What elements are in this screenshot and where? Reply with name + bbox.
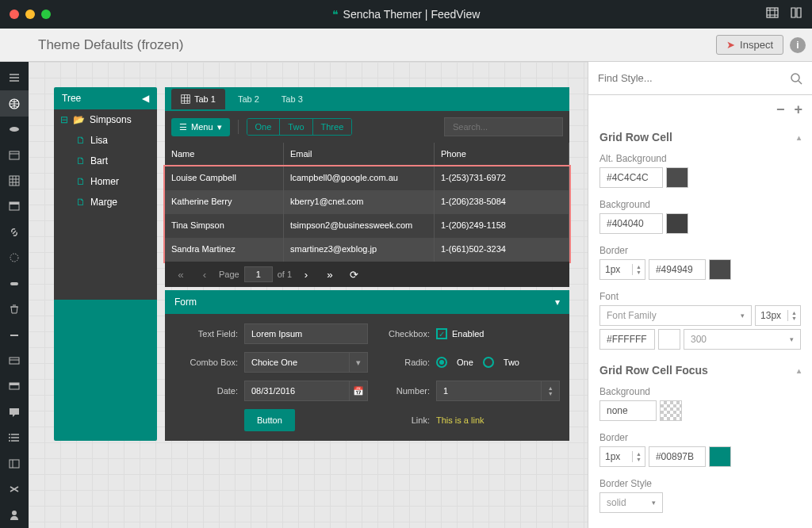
color-swatch[interactable] xyxy=(658,329,680,350)
spin-up-icon[interactable]: ▲ xyxy=(788,310,800,316)
border-color-input[interactable] xyxy=(649,259,706,280)
maximize-window-button[interactable] xyxy=(41,10,51,19)
tree-node-child[interactable]: 🗋Bart xyxy=(54,151,157,171)
table-row[interactable]: Sandra Martinezsmartinez3@exblog.jp1-(66… xyxy=(165,238,569,262)
alt-bg-input[interactable] xyxy=(599,167,663,188)
sidebar-oval-icon[interactable] xyxy=(0,117,29,142)
collapse-down-icon[interactable]: ▾ xyxy=(555,297,560,308)
tree-node-child[interactable]: 🗋Lisa xyxy=(54,130,157,151)
border-width-spinner[interactable]: ▲▼ xyxy=(599,259,645,280)
color-swatch[interactable] xyxy=(709,259,731,280)
cell-name: Louise Campbell xyxy=(165,166,284,190)
search-icon[interactable] xyxy=(790,72,802,85)
spinner-icon[interactable]: ▲▼ xyxy=(541,381,560,401)
section-grid-row-cell[interactable]: Grid Row Cell▴ xyxy=(588,124,812,150)
tree-node-child[interactable]: 🗋Homer xyxy=(54,171,157,192)
focus-border-color-input[interactable] xyxy=(649,446,706,467)
sidebar-panel3-icon[interactable] xyxy=(0,451,29,476)
form-link[interactable]: This is a link xyxy=(436,415,485,425)
sidebar-chat-icon[interactable] xyxy=(0,400,29,425)
menu-button[interactable]: ☰ Menu ▾ xyxy=(171,118,230,136)
first-page-button[interactable]: « xyxy=(171,266,190,283)
zoom-out-button[interactable]: − xyxy=(776,101,785,118)
collapse-left-icon[interactable]: ◀ xyxy=(142,93,149,104)
col-name[interactable]: Name xyxy=(165,143,284,166)
grid-header: Name Email Phone xyxy=(165,143,569,166)
tab-1[interactable]: Tab 1 xyxy=(171,89,225,109)
find-style-input[interactable] xyxy=(598,72,790,84)
sidebar-layout-icon[interactable] xyxy=(0,142,29,167)
search-input[interactable] xyxy=(444,117,563,136)
section-grid-row-cell-focus[interactable]: Grid Row Cell Focus▴ xyxy=(588,358,812,383)
tab-2[interactable]: Tab 2 xyxy=(228,90,269,109)
color-swatch[interactable] xyxy=(709,446,731,467)
tree-label: Lisa xyxy=(90,135,108,146)
info-button[interactable]: i xyxy=(790,37,806,53)
sidebar-trash-icon[interactable] xyxy=(0,297,29,322)
seg-two[interactable]: Two xyxy=(280,119,312,135)
sidebar-user-icon[interactable] xyxy=(0,502,29,527)
refresh-button[interactable]: ⟳ xyxy=(344,266,363,283)
next-page-button[interactable]: › xyxy=(297,266,316,283)
spin-down-icon[interactable]: ▼ xyxy=(788,316,800,321)
spin-down-icon[interactable]: ▼ xyxy=(633,270,645,275)
sidebar-globe-icon[interactable] xyxy=(0,90,29,116)
spin-up-icon[interactable]: ▲ xyxy=(633,264,645,270)
font-family-select[interactable]: Font Family▾ xyxy=(599,305,752,326)
tree-node-child[interactable]: 🗋Marge xyxy=(54,192,157,212)
font-weight-select[interactable]: 300▾ xyxy=(684,329,801,350)
col-email[interactable]: Email xyxy=(284,143,435,166)
tree-node-root[interactable]: ⊟ 📂 Simpsons xyxy=(54,109,157,130)
tab-3[interactable]: Tab 3 xyxy=(272,90,312,109)
minimize-window-button[interactable] xyxy=(25,10,35,19)
focus-bg-input[interactable] xyxy=(599,400,657,421)
calendar-icon[interactable]: 📅 xyxy=(349,381,368,401)
sidebar-shuffle-icon[interactable] xyxy=(0,476,29,502)
sidebar-dots-icon[interactable] xyxy=(0,245,29,270)
sidebar-panel-icon[interactable] xyxy=(0,348,29,373)
combo-input[interactable] xyxy=(244,352,349,373)
color-swatch[interactable] xyxy=(660,400,682,421)
book-icon[interactable] xyxy=(790,6,802,22)
radio-two[interactable] xyxy=(483,357,494,368)
radio-one[interactable] xyxy=(436,357,447,368)
bg-input[interactable] xyxy=(599,213,663,234)
font-size-spinner[interactable]: ▲▼ xyxy=(755,305,801,326)
inspect-button[interactable]: ➤ Inspect xyxy=(716,35,783,55)
table-row[interactable]: Louise Campbelllcampbell0@google.com.au1… xyxy=(165,166,569,190)
file-icon: 🗋 xyxy=(76,176,86,187)
table-row[interactable]: Tina Simpsontsimpson2@businessweek.com1-… xyxy=(165,214,569,238)
sidebar-window-icon[interactable] xyxy=(0,193,29,219)
text-field-input[interactable] xyxy=(244,323,368,344)
sidebar-minus-icon[interactable] xyxy=(0,322,29,347)
checkbox[interactable]: ✓Enabled xyxy=(436,328,560,339)
seg-one[interactable]: One xyxy=(247,119,281,135)
sidebar-list-icon[interactable] xyxy=(0,425,29,450)
film-icon[interactable] xyxy=(766,6,779,22)
sidebar-pill-icon[interactable] xyxy=(0,271,29,297)
spin-up-icon[interactable]: ▲ xyxy=(633,451,645,457)
sidebar-grid-icon[interactable] xyxy=(0,168,29,193)
table-row[interactable]: Katherine Berrykberry1@cnet.com1-(206)23… xyxy=(165,190,569,214)
sidebar-panel2-icon[interactable] xyxy=(0,373,29,399)
number-input[interactable] xyxy=(436,381,541,401)
col-phone[interactable]: Phone xyxy=(435,143,569,166)
close-window-button[interactable] xyxy=(10,10,19,19)
chevron-down-icon[interactable]: ▾ xyxy=(349,352,368,373)
spin-down-icon[interactable]: ▼ xyxy=(633,457,645,462)
page-input[interactable] xyxy=(244,266,273,282)
seg-three[interactable]: Three xyxy=(313,119,352,135)
color-swatch[interactable] xyxy=(666,167,688,188)
prev-page-button[interactable]: ‹ xyxy=(195,266,214,283)
last-page-button[interactable]: » xyxy=(320,266,339,283)
border-style-select[interactable]: solid▾ xyxy=(599,492,663,513)
form-button[interactable]: Button xyxy=(244,409,295,431)
font-color-input[interactable] xyxy=(599,329,655,350)
date-input[interactable] xyxy=(244,381,349,401)
color-swatch[interactable] xyxy=(666,213,688,234)
zoom-in-button[interactable]: + xyxy=(794,101,802,118)
focus-border-width-spinner[interactable]: ▲▼ xyxy=(599,446,645,467)
sidebar-link-icon[interactable] xyxy=(0,220,29,245)
radio-group: One Two xyxy=(436,357,560,368)
sidebar-menu-icon[interactable] xyxy=(0,65,29,90)
